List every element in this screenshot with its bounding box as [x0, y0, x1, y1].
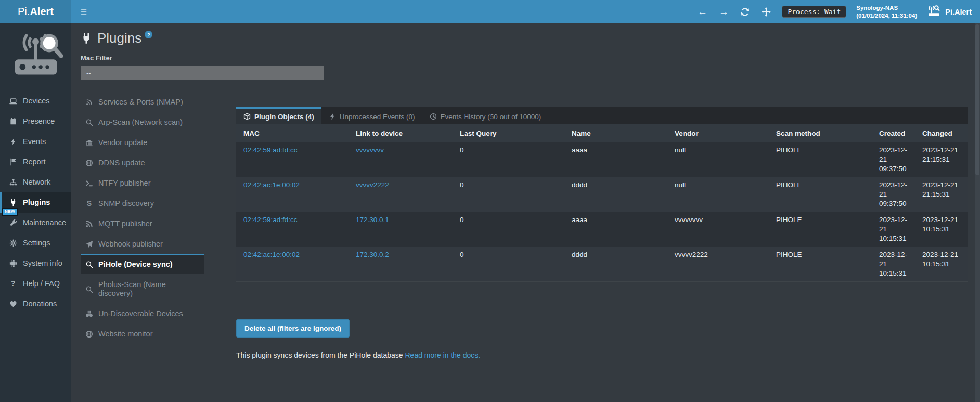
cell-name: dddd	[564, 247, 667, 282]
plugin-nav-item-label: Website monitor	[98, 330, 153, 339]
plugin-nav-item-pihole-device-sync[interactable]: PiHole (Device sync)	[81, 254, 204, 274]
mac-link[interactable]: 02:42:ac:1e:00:02	[243, 181, 300, 189]
plugin-nav-item-ddns-update[interactable]: DDNS update	[81, 152, 204, 173]
delete-all-button[interactable]: Delete all (filters are ignored)	[236, 319, 350, 338]
sidebar-item-label: Maintenance	[23, 218, 66, 227]
sidebar-item-devices[interactable]: Devices	[0, 91, 71, 111]
mac-link[interactable]: 02:42:59:ad:fd:cc	[243, 216, 298, 224]
table-row: 02:42:ac:1e:00:02vvvvv22220ddddnullPIHOL…	[236, 177, 968, 212]
column-header-link-to-device: Link to device	[349, 124, 453, 142]
top-navbar: Pi.Alert ≡ ←→ Process: Wait Synology-NAS…	[0, 0, 980, 23]
sidebar-item-system-info[interactable]: System info	[0, 253, 71, 274]
help-badge[interactable]: ?	[145, 31, 152, 38]
sidebar-item-settings[interactable]: Settings	[0, 233, 71, 253]
flag-icon	[8, 158, 18, 166]
plugin-nav-item-services-ports-nmap[interactable]: Services & Ports (NMAP)	[81, 92, 204, 112]
cell-link: vvvvv2222	[349, 177, 453, 212]
bolt-icon	[329, 113, 336, 120]
plugin-nav-item-label: Webhook publisher	[98, 240, 163, 249]
plugin-note: This plugin syncs devices from the PiHol…	[236, 351, 968, 359]
plugin-nav-item-pholus-scan-name-discovery[interactable]: Pholus-Scan (Name discovery)	[81, 274, 204, 303]
cell-vendor: null	[667, 142, 769, 177]
sidebar-item-maintenance[interactable]: MaintenanceNEW	[0, 213, 71, 233]
cell-scan-method: PIHOLE	[769, 247, 872, 282]
paper-plane-icon	[85, 240, 94, 248]
device-link[interactable]: vvvvv2222	[356, 181, 389, 189]
hamburger-icon[interactable]: ≡	[71, 0, 96, 23]
cell-last-query: 0	[453, 177, 564, 212]
mac-link[interactable]: 02:42:59:ad:fd:cc	[243, 146, 298, 154]
column-header-vendor: Vendor	[667, 124, 769, 142]
scrollbar-thumb[interactable]	[975, 24, 979, 175]
cell-changed: 2023-12-21 10:15:31	[915, 247, 968, 282]
search-icon	[85, 119, 94, 126]
cell-link: 172.30.0.1	[349, 212, 453, 247]
refresh-icon[interactable]	[739, 7, 751, 17]
column-header-last-query: Last Query	[453, 124, 564, 142]
sidebar-item-events[interactable]: Events	[0, 132, 71, 152]
page-header: Plugins ?	[81, 31, 975, 46]
column-header-created: Created	[872, 124, 915, 142]
brand-logo[interactable]: Pi.Alert	[0, 0, 71, 23]
device-link[interactable]: vvvvvvvv	[356, 146, 384, 154]
cell-created: 2023-12-21 09:37:50	[872, 142, 915, 177]
cell-created: 2023-12-21 09:37:50	[872, 177, 915, 212]
cell-mac: 02:42:59:ad:fd:cc	[236, 142, 349, 177]
bolt-icon	[8, 138, 18, 146]
plugin-nav-item-label: DDNS update	[98, 159, 145, 167]
plugin-panel: Plugin Objects (4)Unprocessed Events (0)…	[236, 107, 968, 367]
table-row: 02:42:59:ad:fd:ccvvvvvvvv0aaaanullPIHOLE…	[236, 142, 968, 177]
plugin-nav-item-un-discoverable-devices[interactable]: Un-Discoverable Devices	[81, 303, 204, 323]
cell-vendor: vvvvvvvv	[667, 212, 769, 247]
plugin-nav-item-label: SNMP discovery	[98, 199, 154, 208]
table-row: 02:42:ac:1e:00:02172.30.0.20ddddvvvvv222…	[236, 247, 968, 282]
plugin-nav-item-label: PiHole (Device sync)	[98, 260, 173, 269]
sitemap-icon	[8, 178, 18, 186]
plugin-nav-item-arp-scan-network-scan[interactable]: Arp-Scan (Network scan)	[81, 112, 204, 132]
content-columns: Services & Ports (NMAP)Arp-Scan (Network…	[81, 92, 975, 367]
app-logo: Pi.Alert	[927, 5, 972, 19]
plugin-nav-item-snmp-discovery[interactable]: SSNMP discovery	[81, 193, 204, 213]
plugin-nav-item-mqtt-publisher[interactable]: MQTT publisher	[81, 213, 204, 234]
sidebar-item-label: Devices	[23, 97, 50, 106]
tab-unprocessed-events-0[interactable]: Unprocessed Events (0)	[321, 107, 422, 124]
docs-link[interactable]: Read more in the docs.	[405, 351, 481, 359]
cell-scan-method: PIHOLE	[769, 142, 872, 177]
terminal-icon	[85, 179, 94, 187]
sidebar-item-label: Plugins	[23, 198, 50, 207]
sidebar-item-presence[interactable]: Presence	[0, 111, 71, 132]
device-link[interactable]: 172.30.0.2	[356, 251, 389, 258]
sidebar-item-help-faq[interactable]: ?Help / FAQ	[0, 274, 71, 294]
app: { "colors": { "accent": "#3c8dbc", "link…	[0, 0, 980, 402]
column-header-name: Name	[564, 124, 667, 142]
plugin-nav-item-webhook-publisher[interactable]: Webhook publisher	[81, 234, 204, 254]
new-badge: NEW	[2, 208, 18, 216]
device-link[interactable]: 172.30.0.1	[356, 216, 389, 224]
plugin-nav-item-label: MQTT publisher	[98, 219, 152, 228]
host-name: Synology-NAS	[856, 4, 917, 12]
navbar-right: ←→ Process: Wait Synology-NAS (01/01/202…	[697, 0, 980, 23]
column-header-changed: Changed	[915, 124, 968, 142]
mac-filter-label: Mac Filter	[81, 54, 975, 62]
mac-link[interactable]: 02:42:ac:1e:00:02	[243, 251, 300, 258]
cell-changed: 2023-12-21 21:15:31	[915, 177, 968, 212]
plugin-nav-item-website-monitor[interactable]: Website monitor	[81, 323, 204, 344]
page-scrollbar[interactable]	[975, 23, 980, 402]
plugin-nav-item-vendor-update[interactable]: Vendor update	[81, 132, 204, 152]
arrow-left-icon[interactable]: ←	[697, 7, 708, 17]
plugin-nav-item-ntfy-publisher[interactable]: NTFY publisher	[81, 173, 204, 193]
brand-suffix: Alert	[30, 6, 54, 18]
cell-mac: 02:42:ac:1e:00:02	[236, 247, 349, 282]
host-time: (01/01/2024, 11:31:04)	[856, 12, 917, 20]
mac-filter-input[interactable]	[81, 66, 324, 80]
column-header-scan-method: Scan method	[769, 124, 872, 142]
arrow-right-icon[interactable]: →	[718, 7, 729, 17]
brand-prefix: Pi.	[18, 6, 30, 18]
tab-events-history-50-out-of-10000[interactable]: Events History (50 out of 10000)	[422, 107, 549, 124]
sidebar-item-donations[interactable]: Donations	[0, 294, 71, 314]
move-icon[interactable]	[760, 7, 772, 17]
sidebar-item-report[interactable]: Report	[0, 152, 71, 172]
sidebar-item-network[interactable]: Network	[0, 172, 71, 192]
tab-plugin-objects-4[interactable]: Plugin Objects (4)	[236, 107, 321, 124]
gear-icon	[8, 239, 18, 247]
